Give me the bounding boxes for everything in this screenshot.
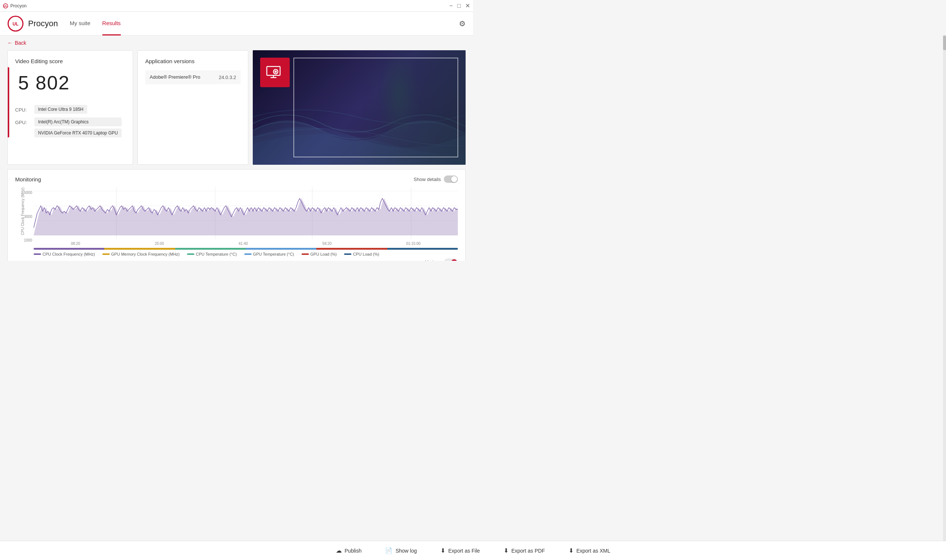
tab-my-suite[interactable]: My suite <box>70 12 91 35</box>
markers-row: Markers <box>15 258 458 261</box>
legend-label-1: GPU Memory Clock Frequency (MHz) <box>111 252 180 256</box>
title-bar-controls: − □ ✕ <box>449 3 470 9</box>
legend-item-5: CPU Load (%) <box>344 252 379 256</box>
gpu-chip-0: Intel(R) Arc(TM) Graphics <box>34 117 122 126</box>
close-button[interactable]: ✕ <box>465 3 470 9</box>
legend-color-bars <box>34 248 458 250</box>
maximize-button[interactable]: □ <box>457 3 461 9</box>
x-label-4: 01:15:00 <box>406 242 421 246</box>
legend-dot-0 <box>34 254 41 255</box>
markers-label: Markers <box>425 260 441 261</box>
legend-bar-cpu-freq <box>34 248 104 250</box>
y-axis-area: CPU Clock Frequency (MHz) 5000 3000 1000 <box>15 187 34 246</box>
svg-text:UL: UL <box>4 5 8 8</box>
show-details-toggle[interactable] <box>444 175 458 183</box>
legend-item-3: GPU Temperature (°C) <box>244 252 294 256</box>
settings-button[interactable]: ⚙ <box>459 19 465 28</box>
x-label-2: 41:40 <box>239 242 248 246</box>
score-card-title: Video Editing score <box>15 58 125 64</box>
legend-bar-cpu-load <box>387 248 458 250</box>
x-label-3: 58:20 <box>322 242 331 246</box>
y-label-0: 5000 <box>24 191 32 195</box>
legend-dot-2 <box>187 254 194 255</box>
window-title: Procyon <box>10 3 26 9</box>
y-axis-title: CPU Clock Frequency (MHz) <box>21 198 25 235</box>
cpu-label: CPU: <box>15 105 30 113</box>
show-details-label: Show details <box>413 177 441 182</box>
monitoring-card: Monitoring Show details CPU Clock Freque… <box>8 169 465 261</box>
cpu-row: CPU: Intel Core Ultra 9 185H <box>15 105 125 114</box>
score-value: 5 802 <box>18 72 125 94</box>
gpu-row: GPU: Intel(R) Arc(TM) Graphics NVIDIA Ge… <box>15 117 125 137</box>
monitoring-title: Monitoring <box>15 176 41 183</box>
back-arrow-icon: ← <box>8 40 12 46</box>
legend-item-4: GPU Load (%) <box>302 252 337 256</box>
app-icon: UL <box>3 3 8 9</box>
legend-bar-gpu-load <box>316 248 387 250</box>
y-label-1: 3000 <box>24 215 32 219</box>
header-left: UL Procyon My suite Results <box>8 12 121 35</box>
svg-text:UL: UL <box>12 22 18 26</box>
gpu-chip-1: NVIDIA GeForce RTX 4070 Laptop GPU <box>34 129 122 137</box>
y-labels: 5000 3000 1000 <box>24 191 34 242</box>
logo-area: UL Procyon <box>8 15 58 32</box>
monitoring-header: Monitoring Show details <box>15 175 458 183</box>
legend-item-2: CPU Temperature (°C) <box>187 252 237 256</box>
legend-label-3: GPU Temperature (°C) <box>253 252 294 256</box>
hero-card <box>253 50 465 165</box>
svg-point-8 <box>274 71 277 73</box>
cpu-chips: Intel Core Ultra 9 185H <box>34 105 87 114</box>
app-version-name-0: Adobe® Premiere® Pro <box>149 74 200 80</box>
gpu-chips: Intel(R) Arc(TM) Graphics NVIDIA GeForce… <box>34 117 122 137</box>
legend-label-0: CPU Clock Frequency (MHz) <box>43 252 95 256</box>
cpu-chip-0: Intel Core Ultra 9 185H <box>34 105 87 114</box>
legend-dot-3 <box>244 254 252 255</box>
y-label-2: 1000 <box>24 238 32 242</box>
legend-dot-5 <box>344 254 351 255</box>
ul-logo: UL <box>8 15 24 32</box>
legend-label-5: CPU Load (%) <box>353 252 379 256</box>
legend-label-2: CPU Temperature (°C) <box>196 252 237 256</box>
title-bar-left: UL Procyon <box>3 3 26 9</box>
score-card: Video Editing score 5 802 CPU: Intel Cor… <box>8 50 133 165</box>
markers-toggle[interactable] <box>444 258 458 261</box>
chart-legend: CPU Clock Frequency (MHz) GPU Memory Clo… <box>34 252 458 256</box>
legend-item-0: CPU Clock Frequency (MHz) <box>34 252 95 256</box>
x-label-1: 25:00 <box>155 242 164 246</box>
chart-x-labels: 08:20 25:00 41:40 58:20 01:15:00 <box>34 242 458 246</box>
main-content: ← Back Video Editing score 5 802 CPU: In… <box>0 35 473 261</box>
legend-item-1: GPU Memory Clock Frequency (MHz) <box>102 252 180 256</box>
markers-toggle-knob <box>451 259 457 261</box>
cards-row: Video Editing score 5 802 CPU: Intel Cor… <box>8 50 465 165</box>
legend-bar-gpu-temp <box>246 248 316 250</box>
app-versions-title: Application versions <box>145 58 240 64</box>
back-label: Back <box>15 40 26 46</box>
minimize-button[interactable]: − <box>449 3 453 9</box>
app-versions-card: Application versions Adobe® Premiere® Pr… <box>137 50 248 165</box>
monitoring-chart <box>34 187 458 239</box>
gpu-label: GPU: <box>15 117 30 125</box>
hardware-section: CPU: Intel Core Ultra 9 185H GPU: Intel(… <box>15 105 125 137</box>
hero-icon-box <box>260 58 290 87</box>
show-details-area: Show details <box>413 175 458 183</box>
score-bar-indicator <box>8 67 9 137</box>
legend-bar-cpu-temp <box>175 248 246 250</box>
toggle-knob <box>451 176 457 182</box>
legend-dot-1 <box>102 254 110 255</box>
header: UL Procyon My suite Results ⚙ <box>0 12 473 35</box>
legend-bar-gpu-mem-freq <box>104 248 175 250</box>
app-version-num-0: 24.0.3.2 <box>219 75 236 80</box>
x-label-0: 08:20 <box>71 242 80 246</box>
chart-area: CPU Clock Frequency (MHz) 5000 3000 1000 <box>15 187 458 246</box>
legend-label-4: GPU Load (%) <box>310 252 337 256</box>
back-link[interactable]: ← Back <box>8 40 465 46</box>
video-editing-icon <box>266 66 284 79</box>
tab-results[interactable]: Results <box>102 12 121 35</box>
title-bar: UL Procyon − □ ✕ <box>0 0 473 12</box>
nav-tabs: My suite Results <box>70 12 121 35</box>
legend-dot-4 <box>302 254 309 255</box>
chart-svg-container: 08:20 25:00 41:40 58:20 01:15:00 <box>34 187 458 246</box>
app-version-row-0: Adobe® Premiere® Pro 24.0.3.2 <box>145 70 240 84</box>
app-name: Procyon <box>28 19 58 28</box>
hero-person-silhouette <box>362 58 436 165</box>
